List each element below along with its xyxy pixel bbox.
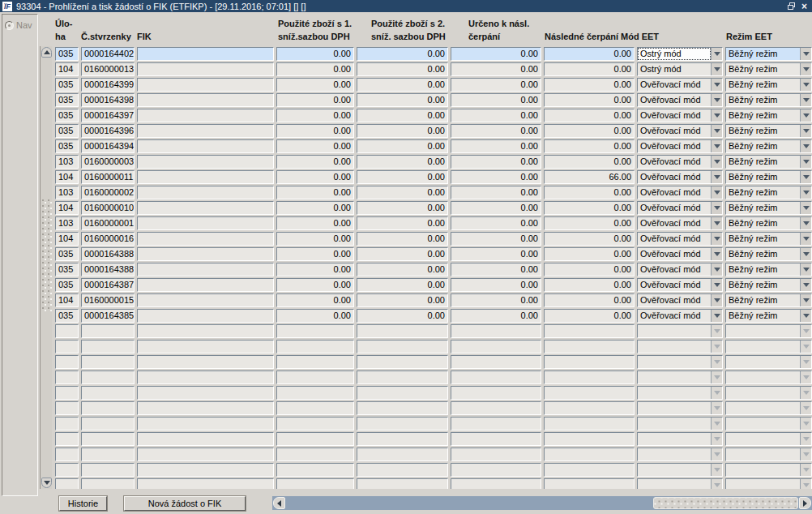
chevron-down-icon[interactable] (711, 63, 722, 75)
cell-fik[interactable] (137, 293, 274, 307)
cell-zbozi-1-sniz-dph[interactable]: 0.00 (276, 47, 354, 61)
cell-zbozi-2-sniz-dph[interactable]: 0.00 (357, 62, 448, 76)
cell-nasledne-cerpani[interactable]: 0.00 (544, 216, 635, 230)
chevron-down-icon[interactable] (711, 156, 722, 168)
cell-zbozi-1-sniz-dph[interactable]: 0.00 (276, 139, 354, 153)
mod-eet-select[interactable] (637, 432, 723, 446)
chevron-down-icon[interactable] (711, 233, 722, 245)
cell-uloha[interactable]: 035 (55, 139, 79, 153)
cell-zbozi-2-sniz-dph[interactable] (357, 401, 448, 415)
cell-urceno-k-nasl-cerpani[interactable]: 0.00 (451, 216, 541, 230)
cell-urceno-k-nasl-cerpani[interactable] (451, 371, 541, 384)
cell-fik[interactable] (137, 186, 274, 199)
cell-zbozi-1-sniz-dph[interactable] (276, 355, 354, 369)
rezim-eet-select[interactable] (725, 401, 812, 415)
chevron-down-icon[interactable] (711, 79, 722, 91)
mod-eet-select[interactable]: Ověřovací mód (637, 201, 723, 215)
cell-nasledne-cerpani[interactable]: 0.00 (544, 109, 635, 122)
cell-zbozi-1-sniz-dph[interactable]: 0.00 (276, 278, 354, 292)
cell-urceno-k-nasl-cerpani[interactable] (451, 463, 541, 477)
cell-fik[interactable] (137, 247, 274, 261)
cell-zbozi-2-sniz-dph[interactable] (357, 448, 448, 461)
mod-eet-select[interactable] (637, 355, 723, 369)
cell-fik[interactable] (137, 155, 274, 169)
cell-urceno-k-nasl-cerpani[interactable]: 0.00 (451, 139, 541, 153)
mod-eet-select[interactable] (637, 340, 723, 353)
chevron-down-icon[interactable] (711, 94, 722, 106)
mod-eet-select[interactable]: Ověřovací mód (637, 263, 723, 276)
mod-eet-select[interactable]: Ověřovací mód (637, 155, 723, 169)
cell-zbozi-1-sniz-dph[interactable]: 0.00 (276, 186, 354, 199)
rezim-eet-select[interactable]: Běžný režim (725, 124, 812, 138)
chevron-down-icon[interactable] (711, 140, 722, 152)
cell-zbozi-1-sniz-dph[interactable]: 0.00 (276, 78, 354, 92)
cell-zbozi-1-sniz-dph[interactable] (276, 463, 354, 477)
cell-urceno-k-nasl-cerpani[interactable] (451, 417, 541, 430)
rezim-eet-select[interactable] (725, 324, 812, 338)
cell-zbozi-1-sniz-dph[interactable] (276, 432, 354, 446)
cell-uloha[interactable]: 104 (55, 62, 79, 76)
cell-nasledne-cerpani[interactable] (544, 324, 635, 338)
chevron-down-icon[interactable] (711, 433, 722, 445)
chevron-down-icon[interactable] (711, 402, 722, 414)
chevron-down-icon[interactable] (711, 125, 722, 137)
cell-uloha[interactable] (55, 432, 79, 446)
scroll-right-icon[interactable] (799, 497, 811, 509)
chevron-down-icon[interactable] (711, 171, 722, 183)
cell-nasledne-cerpani[interactable] (544, 448, 635, 461)
cell-zbozi-1-sniz-dph[interactable] (276, 386, 354, 400)
historie-button[interactable]: Historie (59, 496, 107, 511)
cell-nasledne-cerpani[interactable]: 0.00 (544, 232, 635, 246)
cell-zbozi-2-sniz-dph[interactable]: 0.00 (357, 124, 448, 138)
cell-fik[interactable] (137, 340, 274, 353)
cell-nasledne-cerpani[interactable]: 0.00 (544, 155, 635, 169)
cell-zbozi-2-sniz-dph[interactable]: 0.00 (357, 93, 448, 107)
chevron-down-icon[interactable] (800, 263, 811, 276)
chevron-down-icon[interactable] (800, 279, 811, 291)
cell-c-stvrzenky[interactable] (81, 355, 135, 369)
cell-fik[interactable] (137, 216, 274, 230)
rezim-eet-select[interactable] (725, 463, 812, 477)
cell-zbozi-2-sniz-dph[interactable] (357, 463, 448, 477)
cell-c-stvrzenky[interactable]: 0160000010 (81, 201, 135, 215)
cell-zbozi-2-sniz-dph[interactable]: 0.00 (357, 293, 448, 307)
cell-c-stvrzenky[interactable] (81, 478, 135, 489)
cell-urceno-k-nasl-cerpani[interactable]: 0.00 (451, 263, 541, 276)
cell-zbozi-2-sniz-dph[interactable] (357, 324, 448, 338)
cell-fik[interactable] (137, 463, 274, 477)
cell-urceno-k-nasl-cerpani[interactable]: 0.00 (451, 201, 541, 215)
rezim-eet-select[interactable]: Běžný režim (725, 232, 812, 246)
cell-uloha[interactable]: 104 (55, 201, 79, 215)
mod-eet-select[interactable]: Ověřovací mód (637, 109, 723, 122)
cell-zbozi-1-sniz-dph[interactable]: 0.00 (276, 109, 354, 122)
cell-zbozi-2-sniz-dph[interactable] (357, 478, 448, 489)
chevron-down-icon[interactable] (800, 63, 811, 75)
chevron-down-icon[interactable] (800, 156, 811, 168)
cell-zbozi-1-sniz-dph[interactable] (276, 324, 354, 338)
chevron-down-icon[interactable] (800, 248, 811, 260)
chevron-down-icon[interactable] (800, 479, 811, 489)
cell-fik[interactable] (137, 401, 274, 415)
cell-fik[interactable] (137, 355, 274, 369)
cell-urceno-k-nasl-cerpani[interactable]: 0.00 (451, 155, 541, 169)
mod-eet-select[interactable] (637, 371, 723, 384)
cell-zbozi-2-sniz-dph[interactable]: 0.00 (357, 47, 448, 61)
rezim-eet-select[interactable]: Běžný režim (725, 293, 812, 307)
cell-zbozi-1-sniz-dph[interactable] (276, 340, 354, 353)
cell-uloha[interactable] (55, 386, 79, 400)
cell-zbozi-2-sniz-dph[interactable]: 0.00 (357, 155, 448, 169)
cell-fik[interactable] (137, 62, 274, 76)
cell-uloha[interactable] (55, 417, 79, 430)
cell-fik[interactable] (137, 324, 274, 338)
cell-zbozi-2-sniz-dph[interactable]: 0.00 (357, 139, 448, 153)
cell-c-stvrzenky[interactable]: 0000164388 (81, 263, 135, 276)
cell-c-stvrzenky[interactable]: 0000164394 (81, 139, 135, 153)
mod-eet-select[interactable] (637, 417, 723, 430)
cell-urceno-k-nasl-cerpani[interactable]: 0.00 (451, 47, 541, 61)
cell-nasledne-cerpani[interactable]: 66.00 (544, 170, 635, 184)
cell-fik[interactable] (137, 201, 274, 215)
cell-zbozi-2-sniz-dph[interactable]: 0.00 (357, 170, 448, 184)
chevron-down-icon[interactable] (711, 464, 722, 476)
cell-fik[interactable] (137, 309, 274, 323)
cell-zbozi-1-sniz-dph[interactable]: 0.00 (276, 247, 354, 261)
